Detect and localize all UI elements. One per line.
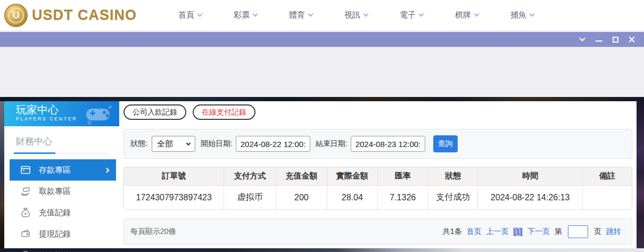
nav-item-lottery[interactable]: 彩票 (218, 10, 273, 20)
chevron-down-icon (474, 12, 480, 17)
sidebar-item-deposit-zone[interactable]: 存款專區 (10, 159, 116, 181)
divider-accent (14, 152, 55, 154)
sidebar-item-label: 取款專區 (39, 186, 71, 197)
funds-bag-icon (20, 250, 31, 252)
chevron-down-icon (253, 12, 258, 17)
nav-label: 電子 (400, 10, 416, 20)
close-button[interactable] (628, 36, 635, 43)
background-band (0, 97, 644, 101)
start-date-label: 開始日期: (201, 139, 233, 149)
minimize-icon (596, 40, 602, 42)
chevron-down-icon (308, 12, 313, 17)
sidebar: 玩家中心 PLAYERS CENTER 財務中心 (4, 101, 119, 248)
finance-center-label: 財務中心 (4, 126, 119, 148)
chevron-down-icon (197, 12, 203, 17)
sidebar-item-recharge-record[interactable]: 充值記錄 (4, 202, 119, 223)
maximize-icon (613, 37, 618, 43)
nav-label: 捕魚 (510, 10, 526, 20)
sidebar-item-label: 提現記錄 (39, 229, 71, 239)
sidebar-item-funds-record[interactable]: 資金記錄 (4, 245, 119, 252)
filter-panel: 狀態: 全部 開始日期: 結束日期: 查詢 (123, 129, 632, 159)
col-recharge-amount: 充值金額 (276, 167, 327, 185)
sidebar-item-label: 充值記錄 (39, 208, 71, 218)
record-tabs: 公司入款記錄 在線支付記錄 (123, 104, 632, 120)
cell-status: 支付成功 (428, 185, 477, 209)
first-page-link[interactable]: 首页 (466, 227, 481, 237)
company-deposit-record-tab[interactable]: 公司入款記錄 (123, 104, 186, 120)
gamepad-icon (83, 104, 113, 125)
deposit-card-icon (20, 165, 31, 175)
sidebar-item-label: 資金記錄 (39, 250, 71, 252)
jump-suffix-label: 页 (594, 227, 601, 237)
nav-item-home[interactable]: 首頁 (162, 10, 218, 20)
minimize-button[interactable] (595, 36, 602, 43)
nav-item-slots[interactable]: 電子 (384, 10, 439, 20)
col-payment-method: 支付方式 (224, 167, 276, 185)
logo-coin-icon: U (4, 4, 28, 27)
collapse-button[interactable] (579, 36, 586, 43)
col-status: 狀態 (428, 167, 477, 185)
maximize-button[interactable] (612, 36, 619, 43)
cell-actual-amount: 28.04 (327, 185, 377, 209)
nav-label: 視訊 (344, 10, 360, 20)
start-date-input[interactable] (236, 136, 310, 152)
chevron-down-icon (419, 12, 424, 17)
pagination-bar: 每頁顯示20條 共1条 首页 上一页 [1] 下一页 第 页 跳转 (123, 218, 632, 245)
end-date-label: 結束日期: (316, 139, 348, 149)
page-number-input[interactable] (568, 225, 588, 238)
cell-payment-method: 虚拟币 (224, 185, 276, 209)
jump-button[interactable]: 跳转 (606, 227, 621, 237)
logo-text: USDT CASINO (32, 7, 137, 23)
empty-content-area (0, 47, 644, 97)
next-page-link[interactable]: 下一页 (527, 227, 550, 237)
sidebar-menu: 存款專區 取款專區 充值記錄 (4, 154, 119, 252)
prev-page-link[interactable]: 上一页 (486, 227, 508, 237)
nav-item-live[interactable]: 視訊 (328, 10, 384, 20)
per-page-label: 每頁顯示20條 (130, 227, 176, 237)
background-strip-right (637, 101, 644, 248)
total-count-label: 共1条 (443, 227, 462, 237)
background-strip-left (0, 101, 4, 248)
col-order-number: 訂單號 (124, 167, 224, 185)
site-logo[interactable]: U USDT CASINO (4, 4, 137, 27)
records-table: 訂單號 支付方式 充值金額 實際金額 匯率 狀態 時間 備註 172430797… (123, 167, 632, 210)
site-header: U USDT CASINO 首頁 彩票 體育 視訊 電子 棋牌 捕魚 (0, 0, 644, 30)
cell-recharge-amount: 200 (276, 185, 327, 209)
nav-label: 首頁 (178, 10, 194, 20)
logo-coin-letter: U (8, 7, 24, 23)
jump-prefix-label: 第 (555, 227, 562, 237)
chevron-down-icon (579, 35, 585, 41)
chevron-down-icon (186, 141, 191, 145)
col-actual-amount: 實際金額 (327, 167, 377, 185)
sidebar-item-withdraw-zone[interactable]: 取款專區 (4, 181, 119, 202)
cell-exchange-rate: 7.1326 (377, 185, 428, 209)
sidebar-item-withdrawal-record[interactable]: 提現記錄 (4, 223, 119, 245)
online-payment-record-tab[interactable]: 在線支付記錄 (193, 104, 255, 120)
wallet-icon (20, 229, 31, 239)
main-nav: 首頁 彩票 體育 視訊 電子 棋牌 捕魚 (162, 10, 550, 20)
money-bag-icon (20, 207, 31, 218)
col-exchange-rate: 匯率 (377, 167, 428, 185)
main-panel: 公司入款記錄 在線支付記錄 狀態: 全部 開始日期: 結束日期: 查詢 (119, 101, 637, 248)
nav-label: 彩票 (234, 10, 250, 20)
current-page-indicator: [1] (513, 227, 523, 236)
status-select[interactable]: 全部 (152, 136, 195, 152)
chevron-down-icon (364, 12, 369, 17)
nav-item-cards[interactable]: 棋牌 (439, 10, 494, 20)
col-time: 時間 (478, 167, 583, 185)
cell-remark (582, 185, 632, 209)
nav-item-fishing[interactable]: 捕魚 (494, 10, 550, 20)
status-selected-value: 全部 (157, 139, 173, 149)
table-header-row: 訂單號 支付方式 充值金額 實際金額 匯率 狀態 時間 備註 (124, 167, 632, 185)
sidebar-item-label: 存款專區 (39, 165, 71, 175)
players-center-header: 玩家中心 PLAYERS CENTER (4, 101, 119, 126)
chevron-down-icon (530, 12, 535, 17)
cell-time: 2024-08-22 14:26:13 (478, 185, 583, 209)
search-button[interactable]: 查詢 (433, 135, 458, 152)
section-divider (10, 152, 108, 154)
cell-order-number: 1724307973897423 (124, 185, 224, 209)
nav-item-sports[interactable]: 體育 (273, 10, 328, 20)
window-titlebar (0, 32, 644, 47)
end-date-input[interactable] (351, 136, 425, 152)
nav-label: 體育 (289, 10, 305, 20)
